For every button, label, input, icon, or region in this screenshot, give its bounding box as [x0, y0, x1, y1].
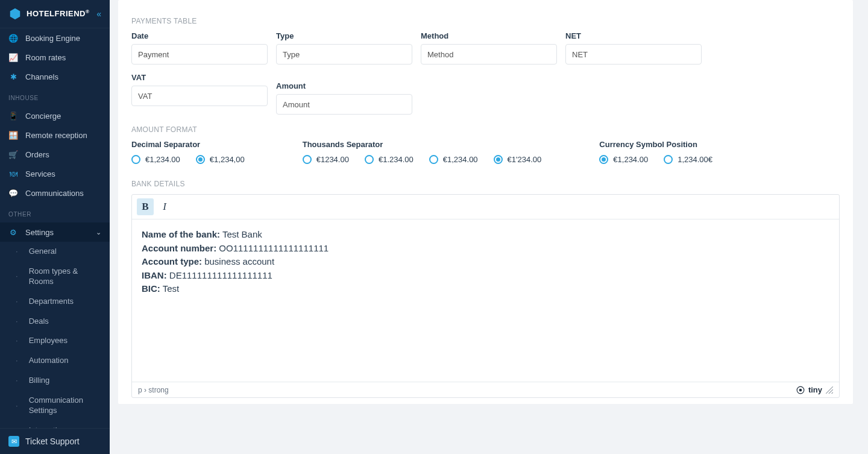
payments-field-vat: VAT: [131, 73, 268, 115]
sidebar-subitem-communication-settings[interactable]: Communication Settings: [0, 391, 110, 421]
sidebar-item-booking-engine[interactable]: 🌐Booking Engine: [0, 28, 110, 48]
brand: HOTELFRIEND® «: [0, 0, 110, 28]
thousands-separator-option-0[interactable]: €1234.00: [303, 155, 349, 164]
bank-detail-line[interactable]: BIC: Test: [142, 282, 829, 296]
editor-branding: tiny: [796, 385, 833, 394]
section-title-bank-details: BANK DETAILS: [118, 169, 853, 194]
radio-icon: [303, 155, 312, 164]
sidebar-item-channels[interactable]: ✱Channels: [0, 67, 110, 86]
sidebar-group-inhouse: INHOUSE: [0, 86, 110, 106]
sidebar: HOTELFRIEND® « 🌐Booking Engine📈Room rate…: [0, 0, 110, 454]
field-input-date[interactable]: [131, 44, 268, 65]
bank-detail-line[interactable]: Account number: OO1111111111111111111: [142, 242, 829, 256]
thousands-separator-option-3[interactable]: €1'234.00: [494, 155, 542, 164]
italic-button[interactable]: I: [156, 198, 173, 215]
share-icon: ✱: [8, 72, 18, 81]
sidebar-item-services[interactable]: 🍽Services: [0, 164, 110, 183]
resize-grip-icon[interactable]: [826, 386, 833, 394]
field-label: NET: [565, 31, 702, 40]
field-label: VAT: [131, 73, 268, 82]
globe-icon: 🌐: [8, 33, 18, 43]
ticket-icon: ✉: [8, 436, 19, 447]
bank-detail-line[interactable]: IBAN: DE111111111111111111: [142, 269, 829, 283]
field-label: Type: [276, 31, 412, 40]
sidebar-subitem-billing[interactable]: Billing: [0, 371, 110, 391]
section-title-payments: PAYMENTS TABLE: [118, 6, 853, 31]
payments-field-amount: Amount: [276, 81, 412, 115]
ticket-support-label: Ticket Support: [25, 437, 80, 446]
currency-position-group: Currency Symbol Position €1,234.001,234.…: [599, 140, 712, 164]
collapse-sidebar-icon[interactable]: «: [96, 9, 101, 19]
sidebar-nav: 🌐Booking Engine📈Room rates✱Channels INHO…: [0, 28, 110, 428]
thousands-separator-label: Thousands Separator: [303, 140, 542, 149]
radio-icon: [664, 155, 673, 164]
svg-point-2: [799, 388, 802, 391]
radio-icon: [365, 155, 374, 164]
sidebar-item-orders[interactable]: 🛒Orders: [0, 145, 110, 164]
gear-icon: ⚙: [8, 227, 18, 237]
radio-icon: [599, 155, 608, 164]
ticket-support[interactable]: ✉ Ticket Support: [0, 428, 110, 454]
bold-button[interactable]: B: [137, 198, 154, 215]
field-input-method[interactable]: [421, 44, 557, 65]
reception-icon: 🪟: [8, 130, 18, 140]
sidebar-subitem-automation[interactable]: Automation: [0, 351, 110, 371]
field-label: Date: [131, 31, 268, 40]
field-input-net[interactable]: [565, 44, 702, 65]
cloche-icon: 🍽: [8, 169, 18, 178]
payments-field-net: NET: [565, 31, 702, 65]
panel: PAYMENTS TABLE DateTypeMethodNETVATAmoun…: [118, 0, 853, 404]
editor-toolbar: B I: [132, 195, 839, 219]
svg-marker-0: [10, 8, 20, 19]
editor-path: p › strong: [138, 386, 169, 394]
payments-table-fields: DateTypeMethodNETVATAmount: [118, 31, 853, 115]
field-label: Amount: [276, 81, 412, 90]
editor-body[interactable]: Name of the bank: Test BankAccount numbe…: [132, 219, 839, 382]
amount-format-row: Decimal Separator €1,234.00€1,234,00 Tho…: [118, 140, 853, 169]
field-label: Method: [421, 31, 557, 40]
currency-position-label: Currency Symbol Position: [599, 140, 712, 149]
section-title-amount-format: AMOUNT FORMAT: [118, 115, 853, 140]
field-input-amount[interactable]: [276, 94, 412, 115]
sidebar-item-settings[interactable]: ⚙Settings⌄: [0, 222, 110, 242]
payments-field-type: Type: [276, 31, 412, 65]
bank-detail-line[interactable]: Account type: business account: [142, 255, 829, 269]
radio-icon: [429, 155, 438, 164]
sidebar-item-room-rates[interactable]: 📈Room rates: [0, 48, 110, 67]
sidebar-subitem-integrations[interactable]: Integrations: [0, 421, 110, 428]
decimal-separator-option-0[interactable]: €1,234.00: [131, 155, 180, 164]
sidebar-subitem-deals[interactable]: Deals: [0, 312, 110, 332]
radio-icon: [494, 155, 503, 164]
bank-details-editor[interactable]: B I Name of the bank: Test BankAccount n…: [131, 194, 840, 398]
thousands-separator-group: Thousands Separator €1234.00€1.234.00€1,…: [303, 140, 542, 164]
payments-field-date: Date: [131, 31, 268, 65]
sidebar-subitem-room-types-rooms[interactable]: Room types & Rooms: [0, 262, 110, 292]
payments-field-method: Method: [421, 31, 557, 65]
sidebar-item-concierge[interactable]: 📱Concierge: [0, 106, 110, 125]
field-input-type[interactable]: [276, 44, 412, 65]
editor-statusbar: p › strong tiny: [132, 382, 839, 397]
thousands-separator-option-2[interactable]: €1,234.00: [429, 155, 478, 164]
currency-position-option-0[interactable]: €1,234.00: [599, 155, 648, 164]
tiny-logo-icon: [796, 386, 805, 394]
sidebar-item-communications[interactable]: 💬Communications: [0, 183, 110, 203]
brand-name: HOTELFRIEND®: [27, 9, 89, 18]
sidebar-item-remote-reception[interactable]: 🪟Remote reception: [0, 125, 110, 145]
logo-icon: [8, 7, 22, 20]
sidebar-subitem-general[interactable]: General: [0, 242, 110, 262]
decimal-separator-group: Decimal Separator €1,234.00€1,234,00: [131, 140, 245, 164]
currency-position-option-1[interactable]: 1,234.00€: [664, 155, 712, 164]
sidebar-subitem-departments[interactable]: Departments: [0, 292, 110, 312]
radio-icon: [131, 155, 140, 164]
main-content: PAYMENTS TABLE DateTypeMethodNETVATAmoun…: [110, 0, 868, 454]
line-chart-icon: 📈: [8, 52, 18, 62]
sidebar-group-other: OTHER: [0, 203, 110, 222]
bank-detail-line[interactable]: Name of the bank: Test Bank: [142, 228, 829, 242]
mobile-icon: 📱: [8, 111, 18, 121]
decimal-separator-option-1[interactable]: €1,234,00: [196, 155, 245, 164]
field-input-vat[interactable]: [131, 86, 268, 106]
radio-icon: [196, 155, 205, 164]
sidebar-subitem-employees[interactable]: Employees: [0, 331, 110, 351]
chevron-down-icon: ⌄: [96, 229, 101, 236]
thousands-separator-option-1[interactable]: €1.234.00: [365, 155, 414, 164]
